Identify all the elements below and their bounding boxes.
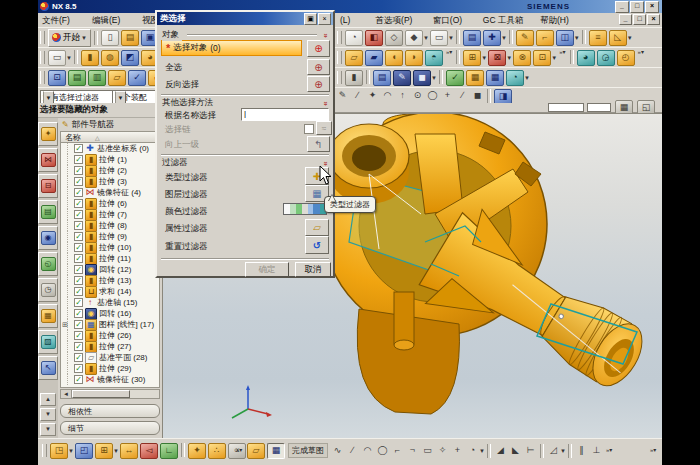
cube-snap-icon[interactable]: ◼ [471,89,484,103]
cube-add-icon[interactable]: ⊞ [463,50,481,66]
parallel-constraint-icon[interactable]: ∥ [575,444,588,458]
overflow-icon[interactable]: »▾ [559,50,565,66]
spline-icon[interactable]: ◔ [466,444,479,458]
tree-item[interactable]: ✓▮拉伸 (26) [61,330,159,341]
open-folder-icon[interactable]: ▤ [121,30,139,46]
mdi-minimize-button[interactable]: _ [619,14,632,25]
menu-item[interactable]: 帮助(H) [538,15,571,27]
feature-checkbox[interactable]: ✓ [74,276,83,285]
circle-icon[interactable]: ◯ [376,444,389,458]
explode-icon[interactable]: ✦ [188,443,206,459]
process-studio-tab[interactable]: ▦ [38,304,58,328]
collapse-chevron-icon[interactable]: « [320,33,329,37]
half-box-icon[interactable]: ◓ [425,50,443,66]
feature-checkbox[interactable]: ✓ [74,144,83,153]
arc-icon[interactable]: ◠ [361,444,374,458]
feature-checkbox[interactable]: ✓ [74,375,83,384]
ruler-icon[interactable]: ◺ [609,30,627,46]
toolbar-grip[interactable] [40,31,45,44]
point-snap-icon[interactable]: ✦ [366,89,379,103]
new-file-icon[interactable]: ▯ [101,30,119,46]
extend-icon[interactable]: ◣ [509,444,522,458]
scrollbar-thumb[interactable] [72,390,130,398]
tree-item[interactable]: ✓▮拉伸 (3) [61,176,159,187]
point-icon[interactable]: + [451,444,464,458]
cancel-button[interactable]: 取消 [295,262,331,277]
dropdown-arrow-icon[interactable]: ▼ [431,75,437,81]
corner-icon[interactable]: ¬ [406,444,419,458]
dropdown-arrow-icon[interactable]: ▼ [66,55,72,61]
mirror-assembly-icon[interactable]: ◅ [140,443,158,459]
overflow-icon[interactable]: »▾ [236,448,242,453]
assembly-cubes-icon[interactable]: ◰ [75,443,93,459]
line-icon[interactable]: ∕ [346,444,359,458]
toolbar-grip[interactable] [40,51,45,64]
menu-item[interactable]: 文件(F) [40,15,72,27]
select-rect-icon[interactable]: ⊡ [48,70,66,86]
trim-icon[interactable]: ◢ [494,444,507,458]
tree-item[interactable]: ✓⋈镜像特征 (4) [61,187,159,198]
panel-相依性[interactable]: 相依性 [60,404,160,418]
edit-sketch-icon[interactable]: ✎ [393,70,411,86]
internet-explorer-tab[interactable]: ◉ [38,226,58,250]
tree-item[interactable]: ✓▮拉伸 (9) [61,231,159,242]
sheet-icon[interactable]: ▤ [463,30,481,46]
make-corner-icon[interactable]: ⊢ [524,444,537,458]
plus-snap-icon[interactable]: + [441,89,454,103]
feature-checkbox[interactable]: ✓ [74,320,83,329]
sheet-gold-icon[interactable]: ▱ [345,50,363,66]
feature-checkbox[interactable]: ✓ [74,298,83,307]
toolbar-grip[interactable] [337,31,342,44]
sketch-note-icon[interactable]: ▱ [247,443,265,459]
cube-x-icon[interactable]: ⊗ [513,50,531,66]
toolbar-grip[interactable] [337,51,342,64]
system-scenes-tab[interactable]: ↖ [38,356,58,380]
menu-item[interactable]: 窗口(O) [431,15,464,27]
block-tool-icon[interactable]: ◩ [121,50,139,66]
pie-teal-icon[interactable]: ◔ [506,70,524,86]
up-one-level-button[interactable]: ↰ [307,136,330,152]
layers-icon[interactable]: ▤ [68,70,86,86]
tree-item[interactable]: ✓◉回转 (12) [61,264,159,275]
polygon-icon[interactable]: ✧ [436,444,449,458]
render-style-dropdown[interactable]: ▭ [48,50,66,66]
tree-item[interactable]: ✓▮拉伸 (11) [61,253,159,264]
tree-item[interactable]: ✓▮拉伸 (29) [61,363,159,374]
table-gold-icon[interactable]: ▦ [466,70,484,86]
feature-checkbox[interactable]: ✓ [74,342,83,351]
tree-item[interactable]: ✓⋈镜像特征 (30) [61,374,159,385]
tree-hscrollbar[interactable]: ◄ [60,389,160,399]
history-tab[interactable]: ◵ [38,252,58,276]
note-gold-icon[interactable]: ▱ [108,70,126,86]
select-object-button[interactable]: ⊕ [307,40,330,57]
feature-checkbox[interactable]: ✓ [74,177,83,186]
dropdown-arrow-icon[interactable]: ▼ [560,448,566,454]
datum-list-icon[interactable]: ▤ [373,70,391,86]
cube-check-icon[interactable]: ⊠ [488,50,506,66]
tree-item[interactable]: ✓▮拉伸 (6) [61,198,159,209]
attribute-filter-button[interactable]: ▱ [305,219,329,236]
part-navigator-tab[interactable]: ⊟ [38,174,58,198]
coordinate-box[interactable] [587,103,611,112]
csys-icon[interactable]: ✚ [483,30,501,46]
feature-checkbox[interactable]: ✓ [74,155,83,164]
orient-view-icon[interactable]: ◆ [405,30,423,46]
select-all-button[interactable]: ⊕ [307,59,330,75]
toolbar-grip[interactable] [42,444,47,457]
solid-block-icon[interactable]: ▰ [365,50,383,66]
system-materials-tab[interactable]: ◷ [38,278,58,302]
check-green-icon[interactable]: ✓ [446,70,464,86]
dropdown-arrow-icon[interactable]: ▼ [448,35,454,41]
tree-item[interactable]: ✓◉回转 (16) [61,308,159,319]
sketch-display-icon[interactable]: ▦ [267,443,285,459]
reuse-library-tab[interactable]: ▤ [38,200,58,224]
ok-button[interactable]: 确定 [245,262,289,277]
dialog-close-button[interactable]: × [318,13,331,25]
constraint-navigator-tab[interactable]: ⋈ [38,148,58,172]
feature-checkbox[interactable]: ✓ [74,232,83,241]
panel-细节[interactable]: 细节 [60,421,160,435]
feature-checkbox[interactable]: ✓ [74,188,83,197]
minimize-button[interactable]: _ [615,1,629,13]
circle-snap-icon[interactable]: ◯ [426,89,439,103]
frame-gray-icon[interactable]: ▮ [345,70,363,86]
